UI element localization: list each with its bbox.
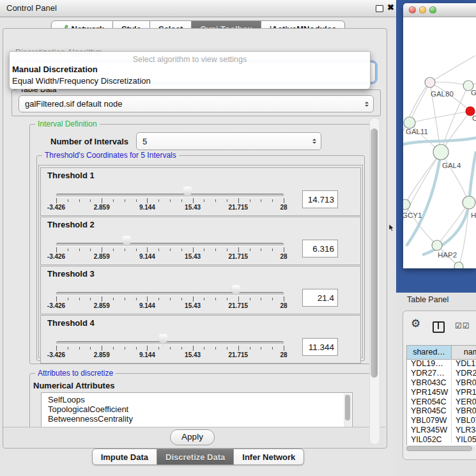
table-cell[interactable]: YPR14 xyxy=(452,388,476,397)
attribute-item-selfloops[interactable]: SelfLoops xyxy=(42,395,352,404)
column-layout-icon[interactable] xyxy=(433,321,445,333)
network-canvas[interactable]: GAL80GACGAL11GAL4GCY1HHAP2 xyxy=(403,17,476,268)
table-row[interactable]: YLR345WYLR34 xyxy=(407,426,476,435)
interval-definition-group: Interval Definition Number of Intervals … xyxy=(29,124,371,364)
threshold-list: Threshold 1-3.4262.8599.14415.4321.71528… xyxy=(38,165,363,358)
numerical-attributes-label: Numerical Attributes xyxy=(33,381,114,390)
slider-track[interactable] xyxy=(56,341,284,344)
table-cell[interactable]: YIL05 xyxy=(452,435,476,443)
table-header-row: shared…name xyxy=(407,346,476,359)
column-header-shared-[interactable]: shared… xyxy=(407,346,452,360)
algorithm-option-manual-discretization[interactable]: Manual Discretization xyxy=(10,64,370,75)
combo-stepper-icon xyxy=(312,139,316,144)
network-edge xyxy=(410,82,430,123)
node-label-h: H xyxy=(471,211,476,219)
slider-track[interactable] xyxy=(56,243,284,246)
table-panel-title: Table Panel xyxy=(407,295,449,304)
table-cell[interactable]: YBR04 xyxy=(452,406,476,416)
float-window-icon[interactable] xyxy=(376,5,383,12)
zoom-light-icon[interactable] xyxy=(429,6,436,13)
table-cell[interactable]: YDL19… xyxy=(407,359,452,369)
table-row[interactable]: YIL052CYIL05 xyxy=(407,435,476,443)
table-data-combobox[interactable]: galFiltered.sif default node xyxy=(19,95,374,112)
tab-impute-data[interactable]: Impute Data xyxy=(92,449,157,465)
table-cell[interactable]: YBR04 xyxy=(452,378,476,388)
attribute-item-topologicalcoefficient[interactable]: TopologicalCoefficient xyxy=(42,404,352,414)
dropdown-placeholder: Select algorithm to view settings xyxy=(10,52,370,64)
tab-discretize-data[interactable]: Discretize Data xyxy=(157,449,234,465)
gear-icon[interactable]: ⚙ xyxy=(411,318,420,330)
network-node-gcy1[interactable] xyxy=(403,199,410,210)
table-row[interactable]: YDL19…YDL19 xyxy=(407,359,476,369)
network-node-hap2[interactable] xyxy=(432,240,442,250)
panel-scrollbar[interactable] xyxy=(369,118,380,445)
table-cell[interactable]: YER054C xyxy=(407,397,452,407)
tab-label: Discretize Data xyxy=(165,452,225,462)
network-node-gal4[interactable] xyxy=(433,144,449,160)
threshold-value-field[interactable]: 6.316 xyxy=(302,240,338,257)
threshold-panel-threshold-1: Threshold 1-3.4262.8599.14415.4321.71528… xyxy=(40,167,361,216)
minimize-light-icon[interactable] xyxy=(419,6,426,13)
panel-scrollbar-thumb[interactable] xyxy=(371,128,378,378)
algorithm-dropdown-popup: Select algorithm to view settings Manual… xyxy=(9,51,371,89)
slider-track[interactable] xyxy=(56,292,284,295)
thresholds-group: Threshold's Coordinates for 5 Intervals … xyxy=(36,155,365,361)
threshold-value-field[interactable]: 11.344 xyxy=(302,338,338,356)
table-hscrollbar[interactable] xyxy=(405,445,475,452)
attribute-item-betweennesscentrality[interactable]: BetweennessCentrality xyxy=(42,414,352,424)
network-node-gal80[interactable] xyxy=(425,77,435,88)
node-label-c: C xyxy=(472,114,476,122)
numerical-attributes-list[interactable]: SelfLoopsTopologicalCoefficientBetweenne… xyxy=(41,392,353,428)
attributes-scrollbar[interactable] xyxy=(344,394,351,427)
table-cell[interactable]: YDR27… xyxy=(407,369,452,378)
table-row[interactable]: YBL079WYBL07 xyxy=(407,416,476,426)
control-panel-titlebar xyxy=(0,0,396,17)
table-data-group: Table Data galFiltered.sif default node xyxy=(12,89,381,116)
threshold-value-field[interactable]: 14.713 xyxy=(302,190,338,208)
table-row[interactable]: YER054CYER05 xyxy=(407,397,476,407)
table-cell[interactable]: YPR145W xyxy=(407,388,452,397)
node-label-gcy1: GCY1 xyxy=(403,211,422,219)
dropdown-options: Manual DiscretizationEqual Width/Frequen… xyxy=(10,64,370,87)
node-label-gal80: GAL80 xyxy=(431,90,454,98)
tab-label: Impute Data xyxy=(101,452,148,462)
table-cell[interactable]: YLR34 xyxy=(452,426,476,435)
node-label-ga: GA xyxy=(471,89,476,96)
table-cell[interactable]: YDL19 xyxy=(452,359,476,369)
threshold-value-field[interactable]: 21.4 xyxy=(302,289,338,307)
table-cell[interactable]: YBL07 xyxy=(452,416,476,426)
num-intervals-combobox[interactable]: 5 xyxy=(136,132,321,150)
network-edge xyxy=(406,152,441,246)
threshold-label: Threshold 4 xyxy=(47,318,95,328)
num-intervals-value: 5 xyxy=(137,137,312,146)
table-hscrollbar-thumb[interactable] xyxy=(406,446,472,451)
table-row[interactable]: YBR043CYBR04 xyxy=(407,378,476,388)
table-row[interactable]: YBR045CYBR04 xyxy=(407,406,476,416)
network-window-titlebar[interactable] xyxy=(403,3,476,17)
table-row[interactable]: YPR145WYPR14 xyxy=(407,388,476,397)
column-header-name[interactable]: name xyxy=(452,346,476,360)
table-cell[interactable]: YBR045C xyxy=(407,406,452,416)
slider-track[interactable] xyxy=(56,194,284,197)
tab-infer-network[interactable]: Infer Network xyxy=(234,449,304,465)
node-label-gal11: GAL11 xyxy=(406,128,428,135)
network-node-node-h[interactable] xyxy=(463,196,475,209)
table-row[interactable]: YDR27…YDR27 xyxy=(407,369,476,378)
table-cell[interactable]: YIL052C xyxy=(407,435,452,443)
table-cell[interactable]: YBL079W xyxy=(407,416,452,426)
combo-stepper-icon xyxy=(365,102,369,107)
table-cell[interactable]: YDR27 xyxy=(452,369,476,378)
network-edge xyxy=(430,56,475,82)
close-light-icon[interactable] xyxy=(409,6,416,13)
threshold-label: Threshold 2 xyxy=(47,220,95,229)
table-cell[interactable]: YLR345W xyxy=(407,426,452,435)
algorithm-option-equal-width-frequency-discretization[interactable]: Equal Width/Frequency Discretization xyxy=(10,75,370,87)
table-cell[interactable]: YBR043C xyxy=(407,378,452,388)
close-icon[interactable]: ✖ xyxy=(387,3,394,12)
network-edge xyxy=(437,203,469,245)
table-cell[interactable]: YER05 xyxy=(452,397,476,407)
apply-button[interactable]: Apply xyxy=(170,429,215,445)
checkbox-icons[interactable]: ☑☑ xyxy=(455,321,470,330)
network-node-node-bottom[interactable] xyxy=(454,262,463,268)
network-node-gal11[interactable] xyxy=(404,117,415,128)
